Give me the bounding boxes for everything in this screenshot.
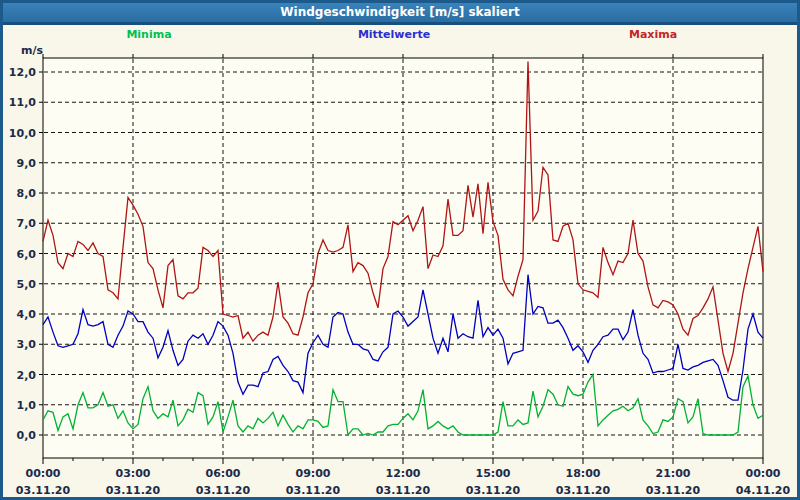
x-tick-date: 03.11.20 bbox=[466, 484, 521, 497]
x-tick-time: 06:00 bbox=[205, 467, 240, 480]
y-tick-label: 3,0 bbox=[17, 338, 37, 351]
x-tick-time: 03:00 bbox=[115, 467, 150, 480]
x-tick-date: 03.11.20 bbox=[286, 484, 341, 497]
y-tick-label: 5,0 bbox=[17, 278, 37, 291]
x-tick-time: 12:00 bbox=[385, 467, 420, 480]
y-tick-label: 12,0 bbox=[9, 66, 36, 79]
y-tick-label: 8,0 bbox=[17, 187, 37, 200]
y-tick-label: 10,0 bbox=[9, 127, 36, 140]
y-tick-label: 1,0 bbox=[17, 399, 37, 412]
x-tick-date: 03.11.20 bbox=[556, 484, 611, 497]
x-tick-time: 00:00 bbox=[745, 467, 780, 480]
x-tick-time: 18:00 bbox=[565, 467, 600, 480]
x-tick-time: 15:00 bbox=[475, 467, 510, 480]
x-tick-date: 03.11.20 bbox=[106, 484, 161, 497]
x-tick-date: 03.11.20 bbox=[646, 484, 701, 497]
x-tick-time: 09:00 bbox=[295, 467, 330, 480]
x-tick-date: 03.11.20 bbox=[196, 484, 251, 497]
x-tick-time: 21:00 bbox=[655, 467, 690, 480]
wind-speed-chart: 0,01,02,03,04,05,06,07,08,09,010,011,012… bbox=[3, 3, 800, 500]
x-tick-date: 04.11.20 bbox=[736, 484, 791, 497]
y-tick-label: 11,0 bbox=[9, 96, 36, 109]
y-tick-label: 4,0 bbox=[17, 308, 37, 321]
y-tick-label: 6,0 bbox=[17, 248, 37, 261]
y-tick-label: 2,0 bbox=[17, 369, 37, 382]
y-tick-label: 7,0 bbox=[17, 217, 37, 230]
y-tick-label: 9,0 bbox=[17, 157, 37, 170]
x-tick-time: 00:00 bbox=[25, 467, 60, 480]
x-tick-date: 03.11.20 bbox=[376, 484, 431, 497]
wind-speed-app-window: Windgeschwindigkeit [m/s] skaliert Minim… bbox=[0, 0, 800, 500]
y-tick-label: 0,0 bbox=[17, 429, 37, 442]
x-tick-date: 03.11.20 bbox=[16, 484, 71, 497]
